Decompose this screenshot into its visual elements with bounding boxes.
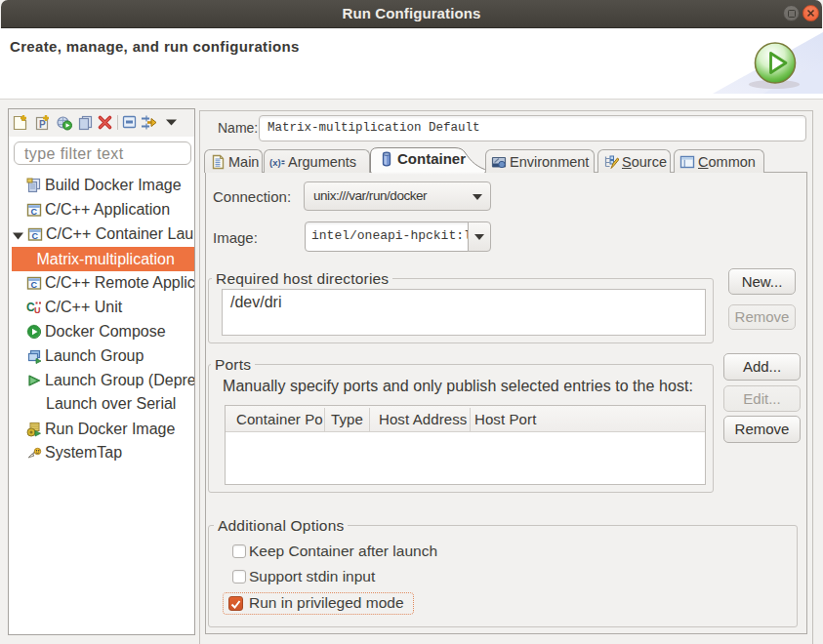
svg-text:U: U <box>34 304 41 314</box>
svg-text:C: C <box>32 231 39 241</box>
svg-text:C: C <box>31 280 38 290</box>
svg-text:(x): (x) <box>269 156 281 167</box>
svg-text:C: C <box>31 207 38 217</box>
